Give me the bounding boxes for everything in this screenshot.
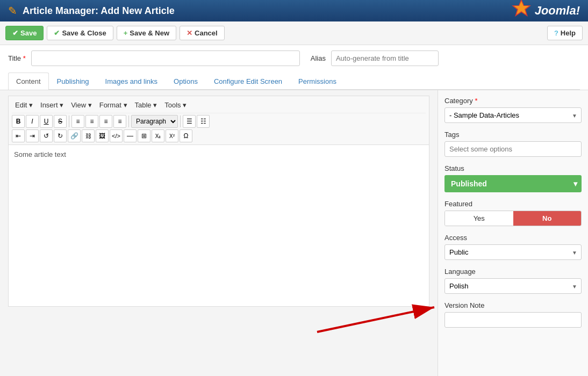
status-label: Status: [444, 164, 582, 172]
access-field: Access Public: [444, 234, 582, 260]
paragraph-select[interactable]: Paragraph: [131, 115, 178, 128]
bullet-list-button[interactable]: ☰: [183, 115, 196, 128]
toolbar: ✔ Save ✔ Save & Close + Save & New ✕ Can…: [0, 21, 588, 45]
tab-options[interactable]: Options: [166, 73, 206, 90]
language-select-wrapper: Polish: [444, 278, 582, 294]
title-area: Title * Alias Content Publishing Images …: [0, 45, 588, 90]
editor-menu-view[interactable]: View ▾: [68, 99, 95, 111]
cancel-label: Cancel: [195, 29, 218, 37]
table-arrow-icon: ▾: [153, 101, 157, 109]
image-button[interactable]: 🖼: [96, 129, 109, 142]
tools-arrow-icon: ▾: [183, 101, 187, 109]
tags-input[interactable]: [444, 141, 582, 157]
indent-left-button[interactable]: ⇤: [12, 129, 25, 142]
superscript-button[interactable]: X²: [166, 129, 178, 142]
access-label: Access: [444, 234, 582, 242]
table-button[interactable]: ⊞: [138, 129, 150, 142]
editor-menu-edit[interactable]: Edit ▾: [12, 99, 36, 111]
tags-field: Tags: [444, 131, 582, 157]
language-select[interactable]: Polish: [444, 278, 582, 294]
title-input[interactable]: [31, 50, 300, 66]
version-note-input[interactable]: [444, 312, 582, 328]
number-list-button[interactable]: ☷: [197, 115, 210, 128]
app-header: ✎ Article Manager: Add New Article Jooml…: [0, 0, 588, 21]
align-right-button[interactable]: ≡: [99, 115, 112, 128]
tags-label: Tags: [444, 131, 582, 139]
status-button[interactable]: Published ▾: [444, 175, 582, 192]
tab-images-links[interactable]: Images and links: [97, 73, 166, 90]
tab-permissions[interactable]: Permissions: [290, 73, 345, 90]
alias-input[interactable]: [331, 50, 439, 66]
editor-menu: Edit ▾ Insert ▾ View ▾ Format ▾ Table ▾ …: [12, 98, 426, 113]
joomla-text: Joomla!: [535, 4, 580, 18]
help-icon: ?: [554, 29, 558, 37]
joomla-logo: Joomla!: [511, 0, 580, 24]
edit-arrow-icon: ▾: [29, 101, 33, 109]
special-chars-button[interactable]: Ω: [180, 129, 192, 142]
editor-menu-tools[interactable]: Tools ▾: [161, 99, 190, 111]
version-note-label: Version Note: [444, 301, 582, 309]
insert-arrow-icon: ▾: [60, 101, 63, 109]
tab-configure[interactable]: Configure Edit Screen: [206, 73, 290, 90]
cancel-button[interactable]: ✕ Cancel: [180, 26, 225, 40]
separator-1: [69, 115, 69, 127]
editor-buttons-row2: ⇤ ⇥ ↺ ↻ 🔗 ⛓ 🖼 </> — ⊞ X₂ X² Ω: [12, 129, 426, 142]
align-center-button[interactable]: ≡: [85, 115, 98, 128]
underline-button[interactable]: U: [40, 115, 53, 128]
indent-right-button[interactable]: ⇥: [26, 129, 39, 142]
editor-container: Edit ▾ Insert ▾ View ▾ Format ▾ Table ▾ …: [8, 96, 429, 307]
status-field: Status Published ▾: [444, 164, 582, 192]
editor-menu-insert[interactable]: Insert ▾: [37, 99, 67, 111]
access-select[interactable]: Public: [444, 244, 582, 260]
save-icon: ✔: [12, 29, 18, 37]
tab-publishing[interactable]: Publishing: [49, 73, 97, 90]
editor-buttons-row1: B I U S ≡ ≡ ≡ ≡ Paragraph ☰ ☷: [12, 115, 426, 128]
tab-content[interactable]: Content: [8, 73, 49, 90]
content-area: Edit ▾ Insert ▾ View ▾ Format ▾ Table ▾ …: [0, 90, 588, 376]
status-dropdown-icon: ▾: [573, 179, 577, 188]
align-justify-button[interactable]: ≡: [113, 115, 126, 128]
category-select-wrapper: - Sample Data-Articles: [444, 107, 582, 123]
cancel-icon: ✕: [187, 29, 192, 37]
help-button[interactable]: ? Help: [547, 26, 583, 40]
editor-text: Some article text: [14, 150, 66, 158]
hr-button[interactable]: —: [124, 129, 137, 142]
separator-3: [180, 115, 181, 127]
save-button[interactable]: ✔ Save: [5, 26, 44, 40]
tabs: Content Publishing Images and links Opti…: [8, 73, 580, 90]
strikethrough-button[interactable]: S: [54, 115, 67, 128]
separator-2: [128, 115, 129, 127]
editor-menu-format[interactable]: Format ▾: [96, 99, 131, 111]
category-field: Category * - Sample Data-Articles: [444, 97, 582, 123]
editor-content[interactable]: Some article text: [9, 145, 429, 306]
save-new-button[interactable]: + Save & New: [117, 26, 176, 40]
category-label: Category *: [444, 97, 582, 105]
undo-button[interactable]: ↺: [40, 129, 53, 142]
italic-button[interactable]: I: [26, 115, 39, 128]
save-new-label: Save & New: [130, 29, 169, 37]
main-panel: Edit ▾ Insert ▾ View ▾ Format ▾ Table ▾ …: [0, 90, 438, 376]
editor-toolbar: Edit ▾ Insert ▾ View ▾ Format ▾ Table ▾ …: [9, 96, 429, 145]
subscript-button[interactable]: X₂: [152, 129, 164, 142]
save-label: Save: [20, 29, 37, 37]
category-select[interactable]: - Sample Data-Articles: [444, 107, 582, 123]
title-row: Title * Alias: [8, 50, 580, 66]
featured-yes-button[interactable]: Yes: [445, 211, 513, 226]
view-arrow-icon: ▾: [88, 101, 92, 109]
language-field: Language Polish: [444, 267, 582, 294]
bold-button[interactable]: B: [12, 115, 25, 128]
title-label: Title *: [8, 54, 26, 62]
save-close-button[interactable]: ✔ Save & Close: [47, 26, 113, 40]
code-button[interactable]: </>: [110, 129, 123, 142]
help-label: Help: [561, 29, 576, 37]
access-select-wrapper: Public: [444, 244, 582, 260]
right-panel: Category * - Sample Data-Articles Tags S…: [438, 90, 588, 376]
link-button[interactable]: 🔗: [68, 129, 81, 142]
editor-menu-table[interactable]: Table ▾: [132, 99, 161, 111]
align-left-button[interactable]: ≡: [71, 115, 84, 128]
save-new-icon: +: [124, 29, 128, 37]
featured-no-button[interactable]: No: [513, 211, 582, 226]
save-close-label: Save & Close: [62, 29, 106, 37]
redo-button[interactable]: ↻: [54, 129, 67, 142]
unlink-button[interactable]: ⛓: [82, 129, 95, 142]
